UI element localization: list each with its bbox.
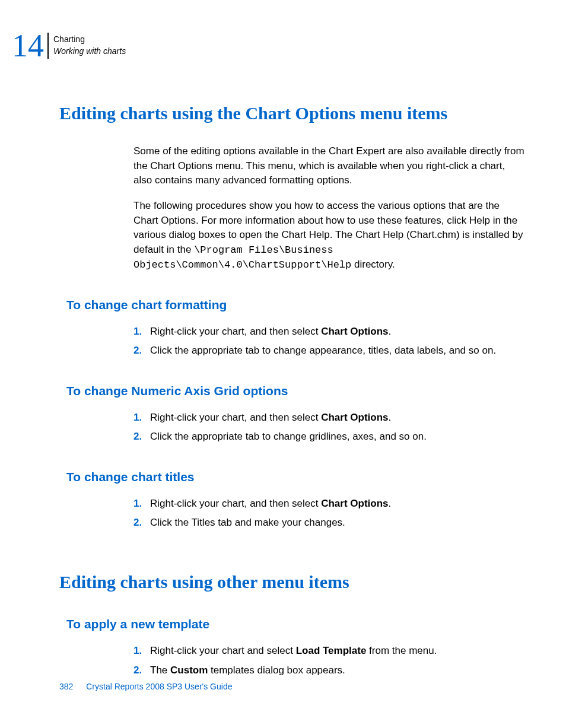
step-pre: Right-click your chart, and then select (150, 326, 321, 337)
step-post: from the menu. (366, 645, 437, 656)
section1-sub3-title: To change chart titles (66, 470, 530, 484)
page-content: Editing charts using the Chart Options m… (0, 103, 566, 678)
step-bold: Chart Options (321, 498, 388, 509)
list-item: 1. Right-click your chart, and then sele… (133, 324, 524, 339)
section1-sub3-steps: 1. Right-click your chart, and then sele… (133, 496, 524, 531)
step-pre: Right-click your chart, and then select (150, 412, 321, 423)
chapter-number: 14 (12, 30, 47, 62)
footer-guide-title: Crystal Reports 2008 SP3 User's Guide (86, 682, 232, 691)
step-text: Click the appropriate tab to change appe… (150, 343, 524, 358)
step-number: 1. (133, 410, 150, 425)
step-number: 1. (133, 496, 150, 511)
header-divider (47, 33, 49, 59)
list-item: 1. Right-click your chart, and then sele… (133, 496, 524, 511)
para2-post: directory. (351, 259, 395, 270)
step-number: 2. (133, 429, 150, 444)
section1-body: Some of the editing options available in… (133, 144, 524, 273)
page-number: 382 (59, 682, 73, 691)
step-text: Click the appropriate tab to change grid… (150, 429, 524, 444)
section1-sub1-title: To change chart formatting (66, 298, 530, 312)
step-text: Right-click your chart, and then select … (150, 496, 524, 511)
step-bold: Chart Options (321, 326, 388, 337)
header-text: Charting Working with charts (53, 34, 126, 57)
step-post: . (389, 326, 392, 337)
list-item: 2. Click the appropriate tab to change a… (133, 343, 524, 358)
list-item: 1. Right-click your chart and select Loa… (133, 643, 524, 659)
section2-sub1-steps: 1. Right-click your chart and select Loa… (133, 643, 524, 678)
step-text: Right-click your chart, and then select … (150, 324, 524, 339)
step-pre: Right-click your chart, and then select (150, 498, 321, 509)
step-bold: Custom (170, 665, 208, 676)
list-item: 1. Right-click your chart, and then sele… (133, 410, 524, 425)
section1-sub1-steps: 1. Right-click your chart, and then sele… (133, 324, 524, 359)
step-number: 1. (133, 324, 150, 339)
section1-para2: The following procedures show you how to… (133, 199, 524, 273)
header-chapter-title: Charting (53, 34, 126, 46)
page-footer: 382 Crystal Reports 2008 SP3 User's Guid… (59, 682, 232, 691)
list-item: 2. Click the appropriate tab to change g… (133, 429, 524, 444)
step-pre: The (150, 665, 170, 676)
step-text: Click the Titles tab and make your chang… (150, 515, 524, 530)
step-number: 2. (133, 663, 150, 678)
step-post: . (389, 412, 392, 423)
step-text: The Custom templates dialog box appears. (150, 663, 524, 678)
step-post: templates dialog box appears. (208, 665, 345, 676)
section1-para1: Some of the editing options available in… (133, 144, 524, 188)
section2-title: Editing charts using other menu items (59, 572, 530, 592)
page-header: 14 Charting Working with charts (0, 0, 566, 62)
section1-sub2-steps: 1. Right-click your chart, and then sele… (133, 410, 524, 445)
step-number: 1. (133, 643, 150, 659)
step-text: Right-click your chart and select Load T… (150, 643, 524, 659)
step-post: . (389, 498, 392, 509)
section2-sub1-title: To apply a new template (66, 617, 530, 631)
step-bold: Chart Options (321, 412, 388, 423)
header-section-title: Working with charts (53, 46, 126, 58)
step-number: 2. (133, 343, 150, 358)
list-item: 2. The Custom templates dialog box appea… (133, 663, 524, 678)
section1-sub2-title: To change Numeric Axis Grid options (66, 384, 530, 398)
section1-title: Editing charts using the Chart Options m… (59, 103, 530, 123)
step-text: Right-click your chart, and then select … (150, 410, 524, 425)
step-pre: Right-click your chart and select (150, 645, 296, 656)
step-number: 2. (133, 515, 150, 530)
list-item: 2. Click the Titles tab and make your ch… (133, 515, 524, 530)
step-bold: Load Template (296, 645, 367, 656)
